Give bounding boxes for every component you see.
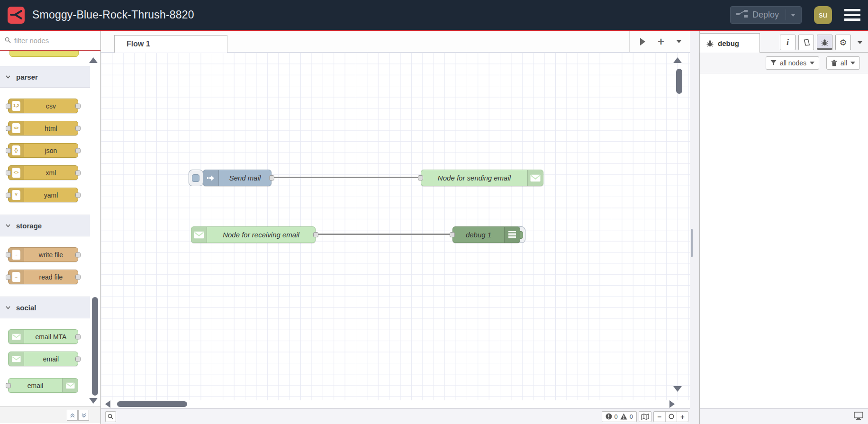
inject-arrow-icon [203, 170, 219, 186]
debug-toolbar: all nodes all [700, 53, 868, 73]
envelope-icon [62, 379, 78, 392]
palette-node-json[interactable]: {} json [8, 143, 78, 158]
canvas-scroll-left-icon[interactable] [105, 400, 110, 408]
header: Smoggy-Blue-Rock-Thrush-8820 Deploy su [0, 0, 868, 31]
debug-list-icon [504, 227, 520, 243]
error-count: 0 [615, 413, 618, 420]
filter-caret-icon [810, 62, 814, 64]
palette-scrollbar-thumb[interactable] [92, 297, 98, 396]
palette-category-social[interactable]: social [0, 297, 90, 318]
book-icon [803, 39, 810, 46]
tab-flow-1[interactable]: Flow 1 [114, 35, 227, 53]
palette-collapse-all-button[interactable] [67, 410, 78, 421]
user-avatar[interactable]: su [814, 6, 832, 24]
config-tab-button[interactable]: ⚙ [835, 35, 851, 50]
help-tab-button[interactable] [798, 35, 814, 50]
zoom-in-button[interactable]: + [677, 412, 688, 422]
canvas-scroll-down-icon[interactable] [673, 386, 682, 392]
canvas-vscrollbar-thumb[interactable] [676, 69, 682, 94]
warning-count-icon [620, 413, 627, 420]
bug-icon [706, 40, 714, 47]
envelope-icon [191, 227, 207, 243]
bug-icon [821, 39, 828, 46]
palette-filter-row [0, 31, 100, 51]
deploy-icon [736, 9, 748, 20]
palette-node-email-mta[interactable]: email MTA [8, 329, 78, 344]
envelope-icon [9, 352, 24, 366]
canvas-scroll-right-icon[interactable] [669, 400, 675, 408]
add-flow-button[interactable]: + [658, 36, 664, 47]
app-logo-icon[interactable] [8, 7, 25, 24]
palette-filter-input[interactable] [14, 36, 85, 45]
palette-scroll-area: parser 1,2 csv <> html {} json [0, 51, 100, 406]
palette-node-csv[interactable]: 1,2 csv [8, 99, 78, 113]
wire-sendmail-to-emailout[interactable] [271, 177, 418, 178]
sidebar: debug i ⚙ all nodes [700, 31, 868, 424]
flow-tabbar: Flow 1 + [101, 31, 690, 53]
palette-node-email-out[interactable]: email [8, 378, 78, 393]
inject-trigger-button[interactable] [189, 170, 203, 186]
map-icon [641, 414, 649, 420]
error-count-icon [606, 413, 612, 420]
zoom-reset-button[interactable] [665, 412, 677, 422]
tab-debug[interactable]: debug [700, 33, 760, 53]
deploy-button[interactable]: Deploy [730, 6, 802, 24]
input-port[interactable] [418, 175, 423, 180]
sidebar-splitter[interactable] [690, 31, 700, 424]
output-port[interactable] [269, 175, 274, 180]
zoom-out-button[interactable]: − [654, 412, 665, 422]
chevron-down-icon [6, 224, 10, 227]
input-port[interactable] [450, 232, 455, 237]
canvas-scroll-up-icon[interactable] [673, 57, 682, 63]
sidebar-tabs-caret-icon[interactable] [858, 41, 862, 44]
main-menu-button[interactable] [844, 9, 860, 21]
output-port[interactable] [313, 232, 318, 237]
debug-filter-button[interactable]: all nodes [766, 56, 819, 70]
palette-node-yaml[interactable]: Y yaml [8, 188, 78, 202]
info-icon: i [787, 37, 789, 47]
workspace: Flow 1 + [101, 31, 690, 424]
palette-scroll-up-icon[interactable] [89, 57, 98, 63]
gear-icon: ⚙ [839, 38, 847, 47]
double-chevron-down-icon [81, 413, 87, 418]
chevron-down-icon [6, 75, 10, 79]
node-red-app: Smoggy-Blue-Rock-Thrush-8820 Deploy su [0, 0, 868, 424]
workspace-title: Smoggy-Blue-Rock-Thrush-8820 [32, 9, 194, 21]
deploy-options-caret-icon[interactable] [791, 14, 796, 17]
splitter-handle[interactable] [691, 229, 693, 257]
palette-footer [0, 406, 100, 423]
palette-node-read-file[interactable]: → read file [8, 270, 78, 284]
canvas-hscrollbar [101, 400, 690, 408]
flow-list-caret-icon[interactable] [677, 40, 681, 43]
category-label: social [16, 304, 36, 312]
debug-messages-panel[interactable] [700, 73, 868, 408]
canvas-hscrollbar-thumb[interactable] [117, 401, 187, 407]
wire-emailin-to-debug[interactable] [316, 234, 454, 235]
double-chevron-up-icon [70, 413, 75, 418]
palette-category-parser[interactable]: parser [0, 66, 90, 88]
trash-icon [831, 60, 837, 66]
warning-count: 0 [630, 413, 633, 420]
tab-scroll-right-icon[interactable] [640, 38, 645, 45]
palette-node-html[interactable]: <> html [8, 121, 78, 135]
search-icon [108, 414, 114, 420]
chevron-down-icon [6, 306, 10, 309]
flow-status-counts[interactable]: 0 0 [602, 411, 637, 422]
open-debug-window-button[interactable] [854, 412, 863, 422]
palette-node-xml[interactable]: <> xml [8, 165, 78, 180]
flow-canvas[interactable]: Send mail Node for sending email [101, 53, 690, 400]
palette-node-email-in[interactable]: email [8, 352, 78, 366]
navigator-button[interactable] [639, 411, 651, 422]
debug-tab-button[interactable] [817, 35, 832, 50]
deploy-divider [786, 9, 786, 20]
palette-scroll-down-icon[interactable] [89, 398, 98, 404]
info-tab-button[interactable]: i [780, 35, 796, 50]
sidebar-tabbar: debug i ⚙ [700, 31, 868, 53]
palette-expand-all-button[interactable] [78, 410, 89, 421]
palette-node-write-file[interactable]: → write file [8, 247, 78, 262]
canvas-search-button[interactable] [105, 411, 116, 422]
palette-node-partial[interactable] [9, 51, 79, 57]
category-label: storage [16, 222, 42, 230]
debug-clear-button[interactable]: all [826, 56, 860, 70]
palette-category-storage[interactable]: storage [0, 215, 90, 236]
